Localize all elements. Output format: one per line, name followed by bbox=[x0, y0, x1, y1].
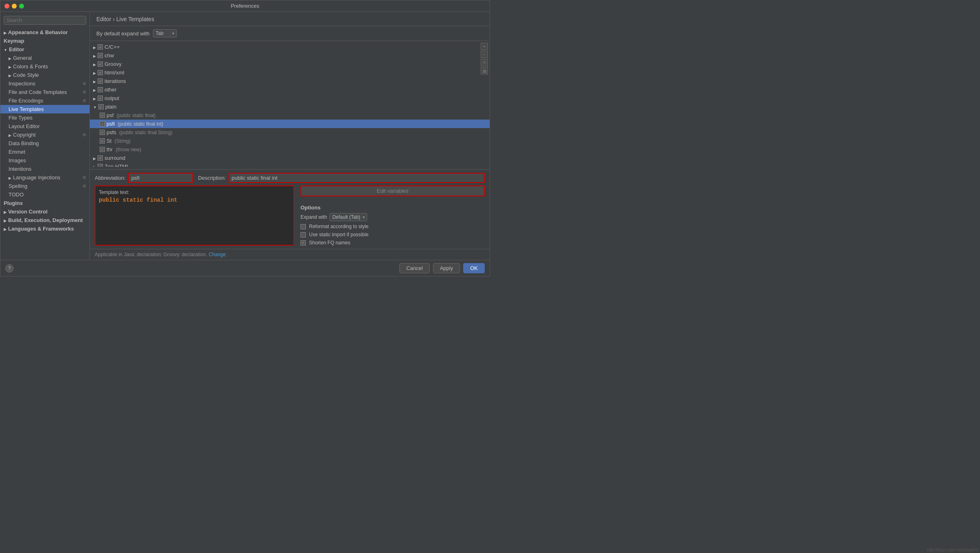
sidebar-item-general[interactable]: General bbox=[0, 54, 89, 62]
sidebar-item-layout-editor[interactable]: Layout Editor bbox=[0, 122, 89, 131]
checkbox-htmlxml[interactable] bbox=[98, 70, 103, 75]
expand-with-select[interactable]: Default (Tab) Tab Enter Space bbox=[329, 213, 367, 221]
expand-select[interactable]: Tab Enter Space bbox=[153, 29, 177, 37]
tree-item-zen-html[interactable]: Zen HTML bbox=[90, 162, 490, 167]
template-code[interactable]: public static final int bbox=[99, 197, 290, 203]
description-input[interactable] bbox=[229, 173, 485, 183]
help-button[interactable]: ? bbox=[5, 264, 13, 272]
sidebar-item-build-execution[interactable]: Build, Execution, Deployment bbox=[0, 216, 89, 224]
scroll-up-button[interactable]: + bbox=[481, 43, 488, 50]
checkbox-plain[interactable] bbox=[98, 104, 104, 109]
tree-item-label: C/C++ bbox=[105, 44, 120, 50]
options-label: Options bbox=[301, 205, 485, 211]
checkbox-iterations[interactable] bbox=[98, 78, 103, 84]
checkbox-chw[interactable] bbox=[98, 53, 103, 58]
checkbox-output[interactable] bbox=[98, 96, 103, 101]
sidebar-item-inspections[interactable]: Inspections ⚙ bbox=[0, 79, 89, 88]
scroll-down-button[interactable]: − bbox=[481, 51, 488, 58]
sidebar-item-code-style[interactable]: Code Style bbox=[0, 71, 89, 79]
tree-item-label: chw bbox=[105, 52, 114, 59]
tree-item-thr[interactable]: thr (throw new) bbox=[90, 145, 490, 154]
checkbox-psfs[interactable] bbox=[100, 130, 105, 135]
checkbox-st[interactable] bbox=[100, 138, 105, 144]
checkbox-cpp[interactable] bbox=[98, 44, 103, 50]
copy-button[interactable]: ⎘ bbox=[481, 59, 488, 66]
fields-row: Abbreviation: Description: bbox=[95, 173, 485, 183]
arrow-right-icon bbox=[9, 132, 11, 138]
arrow-right-icon bbox=[93, 61, 96, 67]
sidebar-item-copyright[interactable]: Copyright ⚙ bbox=[0, 131, 89, 139]
minimize-button[interactable] bbox=[12, 4, 17, 9]
checkbox-psfi[interactable] bbox=[100, 121, 105, 126]
sidebar-item-appearance[interactable]: Appearance & Behavior bbox=[0, 28, 89, 37]
sidebar-item-file-code-templates[interactable]: File and Code Templates ⚙ bbox=[0, 88, 89, 96]
shorten-fq-checkbox[interactable] bbox=[301, 240, 306, 246]
description-label: Description: bbox=[198, 175, 226, 181]
tree-item-groovy[interactable]: Groovy bbox=[90, 60, 490, 68]
tree-item-psfs[interactable]: psfs (public static final String) bbox=[90, 128, 490, 137]
sidebar-item-live-templates[interactable]: Live Templates bbox=[0, 105, 89, 113]
cancel-button[interactable]: Cancel bbox=[399, 263, 429, 273]
tree-item-other[interactable]: other bbox=[90, 85, 490, 94]
sidebar-item-keymap[interactable]: Keymap bbox=[0, 37, 89, 45]
tree-item-output[interactable]: output bbox=[90, 94, 490, 102]
settings-icon: ⚙ bbox=[83, 175, 86, 180]
sidebar-item-plugins[interactable]: Plugins bbox=[0, 199, 89, 207]
tree-item-iterations[interactable]: iterations bbox=[90, 77, 490, 85]
checkbox-groovy[interactable] bbox=[98, 61, 103, 67]
static-import-label: Use static import if possible bbox=[309, 232, 368, 237]
tree-item-cpp[interactable]: C/C++ bbox=[90, 43, 490, 51]
edit-variables-button[interactable]: Edit variables bbox=[301, 185, 485, 196]
arrow-right-icon bbox=[4, 209, 7, 215]
sidebar-item-language-injections[interactable]: Language Injections ⚙ bbox=[0, 173, 89, 182]
tree-item-plain[interactable]: plain bbox=[90, 102, 490, 111]
sidebar-item-file-encodings[interactable]: File Encodings ⚙ bbox=[0, 96, 89, 105]
change-link[interactable]: Change bbox=[209, 252, 226, 257]
tree-item-chw[interactable]: chw bbox=[90, 51, 490, 60]
tree-scroll-buttons: + − ⎘ ▤ bbox=[481, 41, 488, 74]
maximize-button[interactable] bbox=[19, 4, 24, 9]
template-section: Template text: public static final int E… bbox=[95, 185, 485, 246]
sidebar-item-todo[interactable]: TODO bbox=[0, 190, 89, 199]
checkbox-zen-html[interactable] bbox=[98, 164, 103, 167]
description-group: Description: bbox=[198, 173, 485, 183]
sidebar-item-spelling[interactable]: Spelling ⚙ bbox=[0, 182, 89, 190]
sidebar-item-colors-fonts[interactable]: Colors & Fonts bbox=[0, 62, 89, 71]
sidebar-item-intentions[interactable]: Intentions bbox=[0, 165, 89, 173]
arrow-right-icon bbox=[4, 226, 7, 232]
close-button[interactable] bbox=[4, 4, 9, 9]
arrow-right-icon bbox=[9, 174, 11, 181]
sidebar-item-editor[interactable]: Editor bbox=[0, 45, 89, 54]
checkbox-thr[interactable] bbox=[100, 147, 105, 152]
apply-button[interactable]: Apply bbox=[433, 263, 460, 273]
ok-button[interactable]: OK bbox=[463, 263, 485, 273]
template-text-area: Template text: public static final int bbox=[95, 185, 294, 246]
sidebar-item-version-control[interactable]: Version Control bbox=[0, 207, 89, 216]
sidebar-item-images[interactable]: Images bbox=[0, 156, 89, 165]
tree-item-label: thr bbox=[107, 146, 113, 152]
sidebar-item-file-types[interactable]: File Types bbox=[0, 113, 89, 122]
checkbox-surround[interactable] bbox=[98, 155, 103, 161]
sidebar-item-languages-frameworks[interactable]: Languages & Frameworks bbox=[0, 224, 89, 233]
expand-row: By default expand with Tab Enter Space ▼ bbox=[90, 26, 490, 41]
tree-item-desc: (throw new) bbox=[114, 147, 141, 152]
abbreviation-input[interactable] bbox=[128, 173, 193, 183]
reformat-checkbox[interactable] bbox=[301, 224, 306, 229]
tree-item-surround[interactable]: surround bbox=[90, 154, 490, 162]
delete-button[interactable]: ▤ bbox=[481, 67, 488, 74]
footer: ? Cancel Apply OK http://blog.csdn.net/p… bbox=[0, 260, 490, 276]
window-controls bbox=[4, 4, 24, 9]
sidebar-item-data-binding[interactable]: Data Binding bbox=[0, 139, 89, 148]
settings-icon: ⚙ bbox=[83, 133, 86, 137]
static-import-checkbox[interactable] bbox=[301, 232, 306, 237]
tree-item-st[interactable]: St (String) bbox=[90, 137, 490, 145]
search-input[interactable] bbox=[4, 16, 86, 25]
tree-item-psfi[interactable]: psfi (public static final int) bbox=[90, 120, 490, 128]
arrow-right-icon bbox=[9, 72, 11, 78]
checkbox-psf[interactable] bbox=[100, 113, 105, 118]
arrow-right-icon bbox=[4, 217, 7, 223]
checkbox-other[interactable] bbox=[98, 87, 103, 92]
sidebar-item-emmet[interactable]: Emmet bbox=[0, 148, 89, 156]
tree-item-htmlxml[interactable]: html/xml bbox=[90, 68, 490, 77]
tree-item-psf[interactable]: psf (public static final) bbox=[90, 111, 490, 120]
